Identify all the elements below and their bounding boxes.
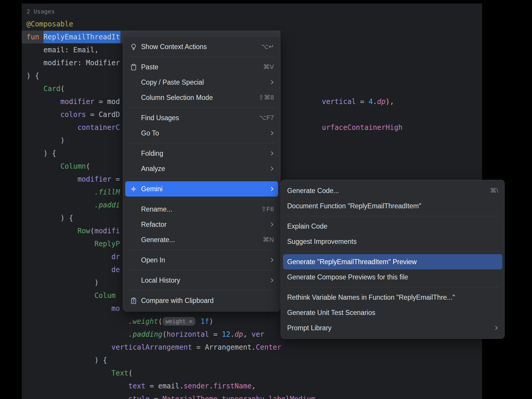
- menu-item-label: Prompt Library: [287, 324, 485, 332]
- code-token: ReplyP: [94, 240, 120, 248]
- code-token: [26, 162, 61, 170]
- icon-slot: [129, 256, 138, 264]
- menu-item-document-function-replyemailthreaditem[interactable]: Document Function "ReplyEmailThreadItem": [283, 198, 502, 214]
- menu-item-open-in[interactable]: Open In: [125, 252, 278, 268]
- chevron-right-icon: [269, 167, 273, 171]
- code-line: ) {: [26, 354, 315, 367]
- code-token: (: [162, 330, 166, 338]
- menu-item-label: Generate Code...: [287, 187, 481, 195]
- code-token: dp: [235, 330, 243, 338]
- menu-item-paste[interactable]: Paste⌘V: [125, 59, 278, 75]
- menu-item-label: Gemini: [141, 185, 261, 193]
- menu-item-label: Compare with Clipboard: [141, 297, 274, 305]
- menu-item-local-history[interactable]: Local History: [125, 273, 278, 288]
- code-token: [196, 317, 200, 326]
- menu-item-label: Generate "ReplyEmailThreadItem" Preview: [287, 258, 498, 266]
- code-token: colors: [61, 110, 86, 119]
- menu-separator: [286, 287, 499, 287]
- code-token: de: [111, 266, 120, 274]
- menu-item-label: Paste: [141, 63, 254, 71]
- code-token: [26, 304, 111, 313]
- code-token: [26, 188, 94, 196]
- code-token: Center: [256, 343, 281, 351]
- menu-item-shortcut: ⇧⌘8: [258, 94, 274, 101]
- chevron-right-icon: [269, 151, 273, 155]
- lightbulb-icon: [129, 43, 138, 51]
- icon-slot: [129, 236, 138, 244]
- chevron-right-icon: [269, 131, 273, 135]
- code-token: [26, 253, 111, 261]
- menu-item-prompt-library[interactable]: Prompt Library: [283, 320, 502, 336]
- menu-item-show-context-actions[interactable]: Show Context Actions⌥↵: [125, 39, 278, 54]
- code-token: text: [128, 382, 145, 390]
- menu-item-generate-code[interactable]: Generate Code...⌘\: [283, 183, 502, 198]
- code-token: .: [209, 382, 213, 390]
- menu-item-label: Show Context Actions: [141, 43, 252, 51]
- code-fragment: urfaceContainerHigh: [322, 121, 403, 134]
- code-token: (: [61, 85, 65, 93]
- code-token: [26, 395, 128, 399]
- chevron-right-icon: [269, 278, 273, 282]
- icon-slot: [129, 276, 138, 284]
- code-token: 12: [222, 330, 230, 338]
- menu-item-find-usages[interactable]: Find Usages⌥F7: [125, 110, 278, 125]
- code-token: modifier: [61, 98, 95, 106]
- code-token: urfaceContainerHigh: [322, 123, 403, 132]
- menu-item-refactor[interactable]: Refactor: [125, 217, 278, 232]
- code-token: [26, 123, 77, 132]
- code-token: (: [90, 227, 94, 235]
- menu-item-shortcut: ⌘N: [263, 236, 274, 244]
- code-token: [26, 317, 128, 326]
- code-token: 4: [369, 98, 373, 106]
- code-fragment: vertical = 4.dp),: [322, 95, 394, 108]
- chevron-right-icon: [269, 222, 273, 227]
- menu-item-gemini[interactable]: Gemini: [125, 181, 278, 197]
- code-line: style = MaterialTheme.typography.labelMe…: [26, 393, 315, 399]
- code-token: [39, 33, 43, 41]
- code-token: (: [158, 317, 162, 326]
- menu-item-rethink-variable-names-in-function-replyemailthre[interactable]: Rethink Variable Names in Function "Repl…: [283, 290, 502, 305]
- menu-item-go-to[interactable]: Go To: [125, 125, 278, 141]
- clipboard-icon: [129, 63, 138, 71]
- icon-slot: [129, 205, 138, 213]
- code-token: .paddi: [94, 201, 120, 209]
- menu-item-column-selection-mode[interactable]: Column Selection Mode⇧⌘8: [125, 90, 278, 105]
- code-token: ),: [386, 98, 394, 106]
- menu-item-suggest-improvements[interactable]: Suggest Improvements: [283, 234, 502, 249]
- code-token: containerC: [77, 123, 120, 132]
- code-token: [26, 369, 111, 377]
- menu-item-generate-unit-test-scenarios[interactable]: Generate Unit Test Scenarios: [283, 305, 502, 320]
- menu-item-label: Find Usages: [141, 114, 250, 122]
- code-token: =: [209, 330, 222, 338]
- code-token: ,: [252, 382, 256, 390]
- code-token: ) {: [26, 214, 73, 222]
- menu-item-label: Rename...: [141, 205, 252, 213]
- menu-item-compare-with-clipboard[interactable]: Compare with Clipboard: [125, 293, 278, 308]
- menu-item-generate-replyemailthreaditem-preview[interactable]: Generate "ReplyEmailThreadItem" Preview: [283, 254, 502, 269]
- menu-separator: [286, 252, 499, 252]
- menu-item-label: Go To: [141, 129, 261, 137]
- menu-item-explain-code[interactable]: Explain Code: [283, 219, 502, 234]
- code-token: verticalArrangement: [111, 343, 192, 351]
- code-line: .padding(horizontal = 12.dp, ver: [26, 328, 315, 341]
- menu-item-generate[interactable]: Generate...⌘N: [125, 232, 278, 247]
- menu-separator: [128, 108, 275, 108]
- menu-item-label: Generate...: [141, 236, 254, 244]
- code-line: .weight(weight = 1f): [26, 315, 315, 328]
- code-token: [26, 110, 61, 119]
- code-token: .fillM: [94, 188, 120, 196]
- ide-screen: 2 Usages@Composablefun ReplyEmailThreadI…: [0, 0, 532, 399]
- menu-item-label: Folding: [141, 150, 261, 157]
- code-token: Text: [111, 369, 128, 377]
- menu-item-folding[interactable]: Folding: [125, 146, 278, 161]
- code-line: @Composable: [26, 18, 315, 31]
- code-token: Colum: [94, 291, 116, 300]
- code-token: = email.: [145, 382, 184, 390]
- menu-item-rename[interactable]: Rename...⇧F6: [125, 202, 278, 217]
- compare-clipboard-icon: [129, 296, 138, 305]
- menu-item-copy-paste-special[interactable]: Copy / Paste Special: [125, 75, 278, 90]
- menu-item-generate-compose-previews-for-this-file[interactable]: Generate Compose Previews for this file: [283, 269, 502, 285]
- menu-item-analyze[interactable]: Analyze: [125, 161, 278, 176]
- gemini-submenu: Generate Code...⌘\Document Function "Rep…: [281, 180, 505, 339]
- code-token: @Composable: [26, 20, 73, 28]
